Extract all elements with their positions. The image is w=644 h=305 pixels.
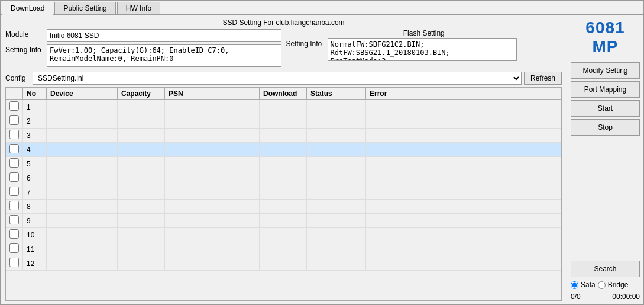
row-no: 4 — [23, 143, 47, 157]
row-no: 7 — [23, 185, 47, 200]
row-status — [307, 214, 366, 228]
row-download — [260, 143, 307, 157]
row-checkbox[interactable] — [9, 229, 19, 239]
row-device — [47, 171, 118, 185]
flash-setting-textarea[interactable]: NormalFW:SBFG21C2.BIN; RdtFW:SBSG21.1_20… — [328, 38, 517, 61]
tab-public-setting[interactable]: Public Setting — [54, 2, 115, 14]
row-checkbox-cell — [6, 256, 23, 271]
stats-row: 0/0 00:00:00 — [571, 293, 640, 301]
modify-setting-button[interactable]: Modify Setting — [571, 62, 640, 79]
flash-setting-title: Flash Setting — [286, 29, 562, 37]
row-capacity — [118, 185, 165, 200]
stop-button[interactable]: Stop — [571, 119, 640, 136]
row-device — [47, 200, 118, 214]
row-device — [47, 129, 118, 143]
row-checkbox[interactable] — [9, 187, 19, 196]
row-error — [366, 214, 561, 228]
row-checkbox[interactable] — [9, 158, 19, 168]
radio-bridge[interactable] — [598, 281, 606, 289]
row-error — [366, 228, 561, 242]
table-row: 10 — [6, 228, 561, 242]
row-checkbox[interactable] — [9, 130, 19, 139]
row-psn — [165, 171, 260, 185]
form-left: Module Setting Info FwVer:1.00; Capacity… — [5, 29, 281, 69]
tab-hw-info[interactable]: HW Info — [117, 2, 160, 14]
row-no: 8 — [23, 200, 47, 214]
row-status — [307, 157, 366, 171]
row-download — [260, 242, 307, 256]
radio-sata-label: Sata — [581, 281, 596, 289]
main-window: DownLoad Public Setting HW Info SSD Sett… — [0, 0, 644, 305]
row-no: 1 — [23, 100, 47, 114]
col-header-psn: PSN — [165, 88, 260, 100]
row-no: 11 — [23, 242, 47, 256]
row-no: 9 — [23, 214, 47, 228]
row-checkbox[interactable] — [9, 215, 19, 224]
refresh-button[interactable]: Refresh — [524, 72, 562, 85]
top-form-area: Module Setting Info FwVer:1.00; Capacity… — [5, 29, 562, 69]
setting-info-textarea[interactable]: FwVer:1.00; Capacity(G):64; EnableID_C7:… — [47, 44, 281, 67]
row-no: 2 — [23, 114, 47, 129]
row-error — [366, 200, 561, 214]
row-capacity — [118, 129, 165, 143]
table-row: 11 — [6, 242, 561, 256]
radio-sata[interactable] — [571, 281, 578, 289]
row-no: 3 — [23, 129, 47, 143]
module-input[interactable] — [47, 29, 281, 42]
table-header-row: No Device Capacity PSN Download Status E… — [6, 88, 561, 100]
row-checkbox[interactable] — [9, 144, 19, 153]
search-button[interactable]: Search — [571, 261, 640, 277]
form-right: Flash Setting Setting Info NormalFW:SBFG… — [286, 29, 562, 69]
row-status — [307, 228, 366, 242]
stats-left: 0/0 — [571, 293, 581, 301]
row-device — [47, 256, 118, 271]
row-download — [260, 157, 307, 171]
tab-download[interactable]: DownLoad — [2, 2, 53, 15]
row-no: 5 — [23, 157, 47, 171]
row-checkbox[interactable] — [9, 243, 19, 253]
row-download — [260, 129, 307, 143]
row-capacity — [118, 256, 165, 271]
table-row: 6 — [6, 171, 561, 185]
config-row: Config SSDSetting.ini Refresh — [5, 72, 562, 85]
row-download — [260, 214, 307, 228]
row-status — [307, 185, 366, 200]
config-select[interactable]: SSDSetting.ini — [33, 72, 522, 85]
setting-info-label2: Setting Info — [286, 38, 328, 48]
table-row: 12 — [6, 256, 561, 271]
ssd-setting-header: SSD Setting For club.liangchanba.com — [5, 18, 562, 27]
row-checkbox[interactable] — [9, 101, 19, 111]
row-capacity — [118, 228, 165, 242]
row-download — [260, 114, 307, 129]
tab-bar: DownLoad Public Setting HW Info — [1, 1, 643, 15]
row-checkbox[interactable] — [9, 172, 19, 182]
row-capacity — [118, 100, 165, 114]
row-capacity — [118, 171, 165, 185]
start-button[interactable]: Start — [571, 100, 640, 117]
row-status — [307, 256, 366, 271]
table-scroll[interactable]: No Device Capacity PSN Download Status E… — [6, 88, 561, 300]
table-row: 9 — [6, 214, 561, 228]
row-error — [366, 171, 561, 185]
row-capacity — [118, 200, 165, 214]
row-no: 12 — [23, 256, 47, 271]
row-psn — [165, 100, 260, 114]
row-psn — [165, 129, 260, 143]
table-row: 3 — [6, 129, 561, 143]
row-checkbox-cell — [6, 242, 23, 256]
setting-info-row: Setting Info FwVer:1.00; Capacity(G):64;… — [5, 44, 281, 67]
main-content: SSD Setting For club.liangchanba.com Mod… — [1, 15, 643, 304]
setting-info-label: Setting Info — [5, 44, 47, 54]
port-mapping-button[interactable]: Port Mapping — [571, 81, 640, 98]
row-checkbox-cell — [6, 100, 23, 114]
row-download — [260, 200, 307, 214]
row-capacity — [118, 214, 165, 228]
col-header-error: Error — [366, 88, 561, 100]
row-device — [47, 185, 118, 200]
row-checkbox[interactable] — [9, 115, 19, 125]
row-checkbox[interactable] — [9, 258, 19, 267]
row-error — [366, 129, 561, 143]
col-header-download: Download — [260, 88, 307, 100]
row-checkbox[interactable] — [9, 201, 19, 210]
row-error — [366, 157, 561, 171]
